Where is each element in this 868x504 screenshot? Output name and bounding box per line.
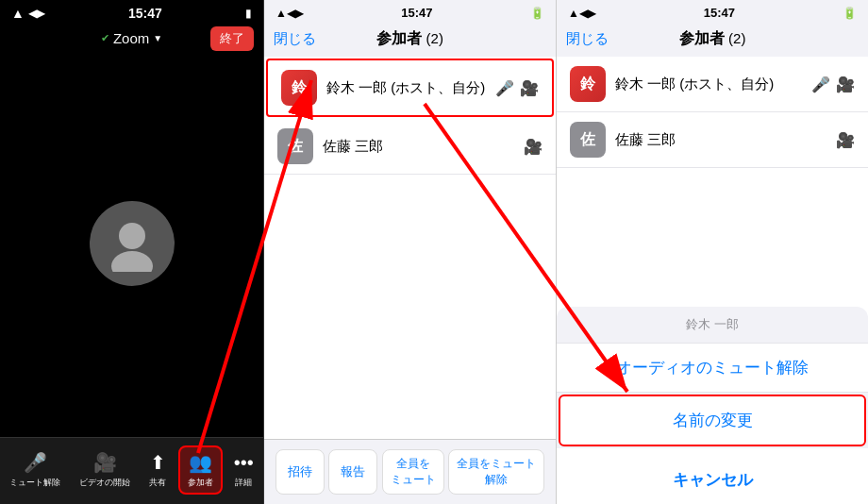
cancel-button[interactable]: キャンセル bbox=[557, 456, 868, 504]
action-participant-row-1[interactable]: 鈴 鈴木 一郎 (ホスト、自分) 🎤 🎥 bbox=[557, 57, 868, 112]
cam-muted-icon-1: 🎥 bbox=[520, 79, 539, 97]
participant-name-1: 鈴木 一郎 (ホスト、自分) bbox=[326, 79, 495, 97]
battery-panel2: 🔋 bbox=[530, 7, 544, 20]
participants-footer: 招待 報告 全員を ミュート 全員をミュート 解除 bbox=[264, 439, 556, 504]
participant-row-1[interactable]: 鈴 鈴木 一郎 (ホスト、自分) 🎤 🎥 bbox=[266, 59, 554, 117]
participant-name-2: 佐藤 三郎 bbox=[323, 138, 524, 156]
video-icon: 🎥 bbox=[93, 451, 117, 474]
zoom-meeting-panel: ▲ ◀▶ 15:47 ▮ ✔ Zoom ▼ 終了 🎤 bbox=[0, 0, 264, 504]
time-panel2: 15:47 bbox=[401, 6, 432, 20]
unmute-audio-button[interactable]: オーディオのミュート解除 bbox=[557, 344, 868, 393]
statusbar-panel1: ▲ ◀▶ 15:47 ▮ bbox=[0, 0, 263, 26]
participants-list: 鈴 鈴木 一郎 (ホスト、自分) 🎤 🎥 佐 佐藤 三郎 🎥 bbox=[264, 57, 556, 439]
action-name-2: 佐藤 三郎 bbox=[615, 131, 836, 149]
action-sheet-title: 鈴木 一郎 bbox=[557, 307, 868, 344]
statusbar-panel2: ▲◀▶ 15:47 🔋 bbox=[264, 0, 556, 25]
action-avatar-2: 佐 bbox=[570, 122, 606, 158]
cam-icon-2: 🎥 bbox=[524, 138, 542, 156]
toolbar-participants-button[interactable]: 👥 参加者 bbox=[178, 445, 223, 495]
participant-avatar-2: 佐 bbox=[277, 128, 313, 164]
signal-icon: ◀▶ bbox=[28, 7, 45, 20]
action-icons-2: 🎥 bbox=[836, 131, 855, 149]
participants-title: 参加者 (2) bbox=[376, 29, 443, 49]
toolbar-mute-button[interactable]: 🎤 ミュート解除 bbox=[2, 447, 68, 493]
toolbar-video-button[interactable]: 🎥 ビデオの開始 bbox=[72, 447, 138, 493]
rename-button[interactable]: 名前の変更 bbox=[559, 395, 866, 446]
mic-muted-icon-1: 🎤 bbox=[495, 79, 514, 97]
toolbar-share-button[interactable]: ⬆ 共有 bbox=[142, 447, 174, 493]
unmute-all-button[interactable]: 全員をミュート 解除 bbox=[448, 449, 544, 495]
time-panel3: 15:47 bbox=[704, 6, 735, 20]
battery-icon-panel1: ▮ bbox=[245, 7, 252, 20]
end-button[interactable]: 終了 bbox=[210, 26, 254, 51]
action-participant-row-2[interactable]: 佐 佐藤 三郎 🎥 bbox=[557, 112, 868, 168]
action-panel: ▲◀▶ 15:47 🔋 閉じる 参加者 (2) 鈴 鈴木 一郎 (ホスト、自分)… bbox=[557, 0, 868, 504]
action-title: 参加者 (2) bbox=[679, 29, 746, 49]
participant-row-2[interactable]: 佐 佐藤 三郎 🎥 bbox=[264, 119, 556, 175]
action-cam-icon-2: 🎥 bbox=[836, 131, 855, 149]
zoom-title: ✔ Zoom ▼ bbox=[101, 30, 162, 46]
shield-icon: ✔ bbox=[101, 32, 109, 44]
more-icon: ••• bbox=[234, 452, 254, 474]
zoom-toolbar: 🎤 ミュート解除 🎥 ビデオの開始 ⬆ 共有 👥 参加者 ••• 詳細 bbox=[0, 437, 263, 504]
time-panel1: 15:47 bbox=[128, 6, 162, 21]
action-icons-1: 🎤 🎥 bbox=[811, 76, 855, 93]
avatar-placeholder bbox=[90, 201, 175, 286]
zoom-header: ✔ Zoom ▼ 終了 bbox=[0, 26, 263, 50]
participant-icons-2: 🎥 bbox=[524, 138, 542, 156]
close-button-panel3[interactable]: 閉じる bbox=[566, 30, 609, 48]
battery-panel3: 🔋 bbox=[843, 7, 857, 20]
share-icon: ⬆ bbox=[150, 451, 166, 474]
participants-header: 閉じる 参加者 (2) bbox=[264, 25, 556, 57]
action-cam-icon-1: 🎥 bbox=[836, 76, 855, 93]
mute-all-button[interactable]: 全員を ミュート bbox=[382, 449, 444, 495]
signal-panel3: ▲◀▶ bbox=[568, 7, 596, 20]
signal-panel2: ▲◀▶ bbox=[275, 7, 304, 20]
report-button[interactable]: 報告 bbox=[328, 449, 377, 495]
action-sheet: 鈴木 一郎 オーディオのミュート解除 名前の変更 bbox=[557, 307, 868, 448]
invite-button[interactable]: 招待 bbox=[275, 449, 325, 495]
participants-panel: ▲◀▶ 15:47 🔋 閉じる 参加者 (2) 鈴 鈴木 一郎 (ホスト、自分)… bbox=[264, 0, 557, 504]
action-sheet-container: 鈴木 一郎 オーディオのミュート解除 名前の変更 キャンセル bbox=[557, 307, 868, 504]
participant-avatar-1: 鈴 bbox=[281, 70, 317, 106]
statusbar-panel3: ▲◀▶ 15:47 🔋 bbox=[557, 0, 868, 25]
action-mic-icon-1: 🎤 bbox=[811, 76, 830, 93]
svg-point-0 bbox=[119, 223, 145, 249]
wifi-icon: ▲ bbox=[11, 6, 25, 21]
video-area bbox=[0, 50, 263, 437]
action-avatar-1: 鈴 bbox=[570, 66, 606, 102]
participant-icons-1: 🎤 🎥 bbox=[495, 79, 539, 97]
toolbar-more-button[interactable]: ••• 詳細 bbox=[226, 448, 261, 493]
mute-icon: 🎤 bbox=[24, 451, 47, 474]
action-header: 閉じる 参加者 (2) bbox=[557, 25, 868, 57]
svg-point-1 bbox=[111, 251, 153, 272]
participants-icon: 👥 bbox=[189, 451, 212, 474]
action-name-1: 鈴木 一郎 (ホスト、自分) bbox=[615, 76, 811, 93]
chevron-down-icon: ▼ bbox=[153, 33, 162, 43]
close-button-panel2[interactable]: 閉じる bbox=[274, 30, 316, 48]
